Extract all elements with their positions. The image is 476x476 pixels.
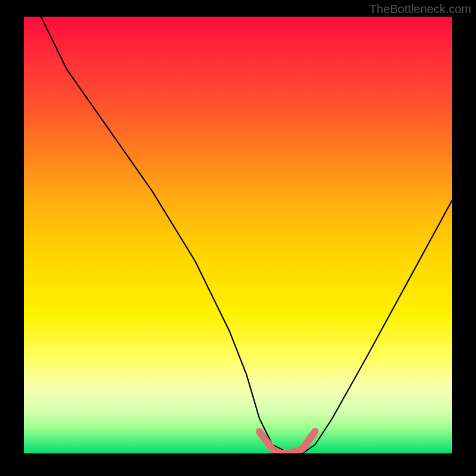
watermark-text: TheBottleneck.com — [369, 2, 471, 16]
main-curve — [41, 17, 452, 453]
chart-svg — [24, 17, 452, 453]
plot-area — [24, 17, 452, 453]
